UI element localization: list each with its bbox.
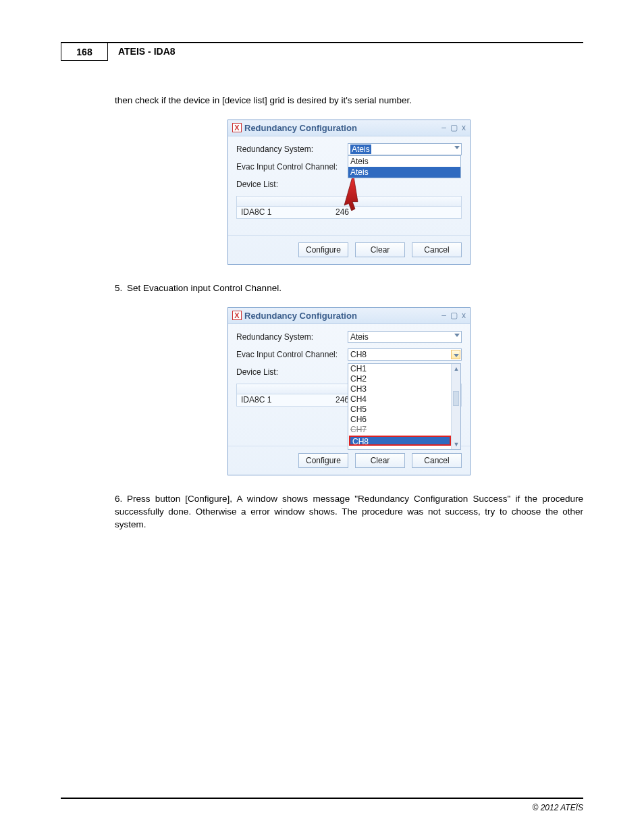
device-row[interactable]: IDA8C 1 246 <box>236 207 462 219</box>
step5: 5.Set Evacuation input Control Channel. <box>115 282 583 295</box>
header-rule <box>61 42 583 43</box>
minimize-icon[interactable]: – <box>441 124 446 132</box>
system-dropdown[interactable]: Ateis Ateis <box>348 155 461 178</box>
dropdown-scrollbar[interactable]: ▲ ▼ <box>451 364 460 449</box>
footer-rule <box>61 798 583 799</box>
dialog-body: Redundancy System: Ateis Ateis Ateis <box>228 136 470 235</box>
device-name: IDA8C 1 <box>237 394 331 406</box>
label-devlist: Device List: <box>236 367 348 377</box>
close-icon[interactable]: x <box>462 311 466 319</box>
channel-option[interactable]: CH1 <box>348 364 460 374</box>
label-channel: Evac Input Control Channel: <box>236 350 348 359</box>
copyright: © 2012 ATEÏS <box>532 803 583 812</box>
page-number: 168 <box>61 42 108 61</box>
channel-option[interactable]: CH3 <box>348 384 460 394</box>
content: then check if the device in [device list… <box>115 95 583 543</box>
system-combobox[interactable]: Ateis <box>348 143 462 155</box>
system-option[interactable]: Ateis <box>348 156 460 167</box>
step5-text: Set Evacuation input Control Channel. <box>127 283 281 293</box>
channel-option[interactable]: CH5 <box>348 405 460 415</box>
step6: 6.Press button [Configure], A window sho… <box>115 493 583 531</box>
channel-value: CH8 <box>350 350 367 359</box>
device-serial: 246 <box>331 207 372 218</box>
scroll-down-icon[interactable]: ▼ <box>452 440 461 449</box>
redundancy-dialog-2: X Redundancy Configuration – ▢ x Redunda… <box>227 307 471 475</box>
dialog-title: Redundancy Configuration <box>244 311 441 321</box>
dialog2-wrap: X Redundancy Configuration – ▢ x Redunda… <box>115 307 583 475</box>
scroll-up-icon[interactable]: ▲ <box>452 364 461 373</box>
header-title: ATEIS - IDA8 <box>118 46 176 57</box>
cancel-button[interactable]: Cancel <box>412 453 462 468</box>
redundancy-dialog-1: X Redundancy Configuration – ▢ x Redunda… <box>227 120 471 265</box>
configure-button[interactable]: Configure <box>298 242 348 257</box>
channel-option[interactable]: CH4 <box>348 394 460 405</box>
label-devlist: Device List: <box>236 180 348 189</box>
dialog-titlebar: X Redundancy Configuration – ▢ x <box>228 120 470 136</box>
configure-button[interactable]: Configure <box>298 453 348 468</box>
chevron-down-icon[interactable] <box>451 350 460 359</box>
label-channel: Evac Input Control Channel: <box>236 162 348 172</box>
channel-option[interactable]: CH7 <box>348 425 460 435</box>
clear-button[interactable]: Clear <box>355 453 405 468</box>
clear-button[interactable]: Clear <box>355 242 405 257</box>
chevron-down-icon <box>454 334 460 337</box>
dialog1-wrap: X Redundancy Configuration – ▢ x Redunda… <box>115 120 583 265</box>
window-buttons: – ▢ x <box>441 124 466 132</box>
channel-combobox[interactable]: CH8 <box>348 348 462 361</box>
scroll-thumb[interactable] <box>453 391 459 406</box>
dialog-buttons: Configure Clear Cancel <box>228 446 470 475</box>
step6-text: Press button [Configure], A window shows… <box>115 494 583 529</box>
window-buttons: – ▢ x <box>441 311 466 319</box>
maximize-icon[interactable]: ▢ <box>450 124 458 132</box>
channel-option-selected[interactable]: CH8 <box>349 436 451 446</box>
dialog-buttons: Configure Clear Cancel <box>228 235 470 264</box>
device-name: IDA8C 1 <box>237 207 331 218</box>
device-list-header <box>236 196 462 207</box>
app-icon: X <box>232 311 242 320</box>
channel-dropdown[interactable]: CH1 CH2 CH3 CH4 CH5 CH6 CH7 CH8 ▲ ▼ <box>348 363 461 450</box>
cancel-button[interactable]: Cancel <box>412 242 462 257</box>
channel-option[interactable]: CH2 <box>348 374 460 384</box>
close-icon[interactable]: x <box>462 124 466 132</box>
dialog-title: Redundancy Configuration <box>244 123 441 133</box>
minimize-icon[interactable]: – <box>441 311 446 319</box>
label-system: Redundancy System: <box>236 332 348 342</box>
system-value: Ateis <box>350 332 369 342</box>
system-combobox[interactable]: Ateis <box>348 331 462 343</box>
chevron-down-icon <box>454 146 460 149</box>
intro-text: then check if the device in [device list… <box>115 95 583 107</box>
page: 168 ATEIS - IDA8 then check if the devic… <box>0 0 644 834</box>
maximize-icon[interactable]: ▢ <box>450 311 458 319</box>
dialog-titlebar: X Redundancy Configuration – ▢ x <box>228 308 470 324</box>
app-icon: X <box>232 123 242 132</box>
channel-option[interactable]: CH6 <box>348 415 460 425</box>
dialog-body: Redundancy System: Ateis Evac Input Cont… <box>228 324 470 446</box>
label-system: Redundancy System: <box>236 145 348 154</box>
system-selected: Ateis <box>350 145 371 154</box>
system-option-selected[interactable]: Ateis <box>348 167 460 178</box>
